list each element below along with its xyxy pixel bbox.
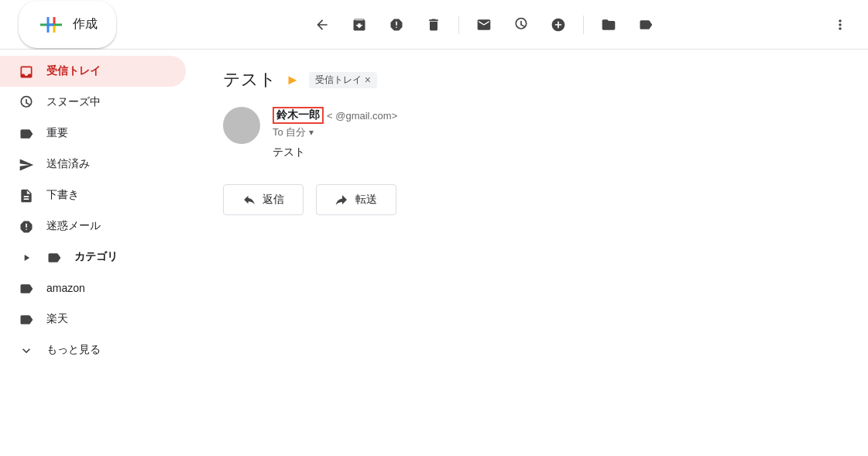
categories-icon	[46, 249, 62, 265]
draft-icon	[19, 187, 34, 203]
move-button[interactable]	[593, 9, 624, 40]
spam-icon	[19, 218, 34, 234]
sidebar-item-label-important: 重要	[46, 126, 68, 140]
sidebar-item-label-snoozed: スヌーズ中	[46, 95, 101, 109]
sidebar-item-more[interactable]: もっと見る	[0, 334, 186, 365]
sidebar-item-rakuten[interactable]: 楽天	[0, 303, 186, 334]
sidebar-item-label-rakuten: 楽天	[46, 312, 68, 326]
inbox-tag: 受信トレイ ×	[309, 72, 377, 88]
reply-button[interactable]: 返信	[223, 184, 304, 215]
mark-unread-button[interactable]	[468, 9, 499, 40]
inbox-tag-close-button[interactable]: ×	[365, 74, 371, 86]
toolbar: 作成	[0, 0, 868, 50]
compose-plus-icon	[37, 13, 65, 36]
toolbar-actions	[294, 9, 856, 40]
separator-2	[583, 15, 584, 34]
sender-email: < @gmail.com>	[327, 110, 397, 122]
important-icon	[19, 125, 34, 141]
inbox-tag-label: 受信トレイ	[315, 74, 362, 87]
to-row: To 自分 ▾	[273, 125, 843, 139]
snoozed-icon	[19, 94, 34, 110]
forward-label: 転送	[355, 193, 377, 207]
separator-1	[458, 15, 459, 34]
sidebar-item-sent[interactable]: 送信済み	[0, 149, 186, 180]
compose-button[interactable]: 作成	[19, 1, 116, 49]
back-button[interactable]	[307, 9, 338, 40]
more-options-button[interactable]	[825, 9, 856, 40]
email-subject: テスト	[223, 68, 276, 91]
sidebar-item-label-draft: 下書き	[46, 188, 79, 202]
sidebar-item-inbox[interactable]: 受信トレイ	[0, 56, 186, 87]
label-button[interactable]	[630, 9, 661, 40]
email-body: 鈴木一郎 < @gmail.com> To 自分 ▾ テスト	[273, 107, 843, 159]
main-layout: 受信トレイ スヌーズ中 重要 送信済み	[0, 50, 868, 456]
sidebar-item-categories[interactable]: カテゴリ	[0, 242, 186, 273]
sidebar-item-important[interactable]: 重要	[0, 118, 186, 149]
sidebar-item-label-sent: 送信済み	[46, 157, 90, 171]
action-buttons: 返信 転送	[223, 184, 843, 215]
sidebar-item-label-amazon: amazon	[46, 282, 85, 294]
avatar	[223, 107, 260, 144]
email-preview-text: テスト	[273, 146, 843, 159]
sidebar-item-amazon[interactable]: amazon	[0, 273, 186, 303]
inbox-icon	[19, 63, 34, 79]
rakuten-label-icon	[19, 310, 34, 327]
archive-button[interactable]	[344, 9, 375, 40]
compose-label: 作成	[73, 16, 98, 33]
sender-row: 鈴木一郎 < @gmail.com>	[273, 107, 843, 124]
sidebar-item-label-spam: 迷惑メール	[46, 219, 101, 233]
subject-arrow-icon: ►	[286, 72, 300, 88]
sidebar: 受信トレイ スヌーズ中 重要 送信済み	[0, 50, 198, 456]
amazon-label-icon	[19, 279, 34, 296]
to-dropdown-icon[interactable]: ▾	[309, 127, 314, 138]
report-spam-button[interactable]	[381, 9, 412, 40]
subject-row: テスト ► 受信トレイ ×	[223, 68, 843, 91]
delete-button[interactable]	[418, 9, 449, 40]
email-message: 鈴木一郎 < @gmail.com> To 自分 ▾ テスト	[223, 107, 843, 159]
to-label: To 自分	[273, 125, 306, 139]
forward-button[interactable]: 転送	[316, 184, 396, 215]
categories-expand-icon	[19, 249, 34, 266]
email-content: テスト ► 受信トレイ × 鈴木一郎 < @gmail.com> To 自分 ▾	[198, 50, 868, 456]
sidebar-item-label-inbox: 受信トレイ	[46, 64, 101, 78]
sidebar-item-label-more: もっと見る	[46, 343, 101, 357]
add-task-button[interactable]	[543, 9, 574, 40]
toolbar-left: 作成	[12, 1, 291, 49]
sidebar-item-draft[interactable]: 下書き	[0, 180, 186, 211]
sidebar-item-spam[interactable]: 迷惑メール	[0, 211, 186, 242]
snooze-button[interactable]	[506, 9, 537, 40]
reply-label: 返信	[262, 193, 284, 207]
sidebar-item-label-categories: カテゴリ	[74, 250, 118, 264]
chevron-down-icon	[19, 341, 34, 358]
sidebar-item-snoozed[interactable]: スヌーズ中	[0, 87, 186, 118]
sender-name: 鈴木一郎	[273, 107, 324, 124]
sent-icon	[19, 156, 34, 172]
